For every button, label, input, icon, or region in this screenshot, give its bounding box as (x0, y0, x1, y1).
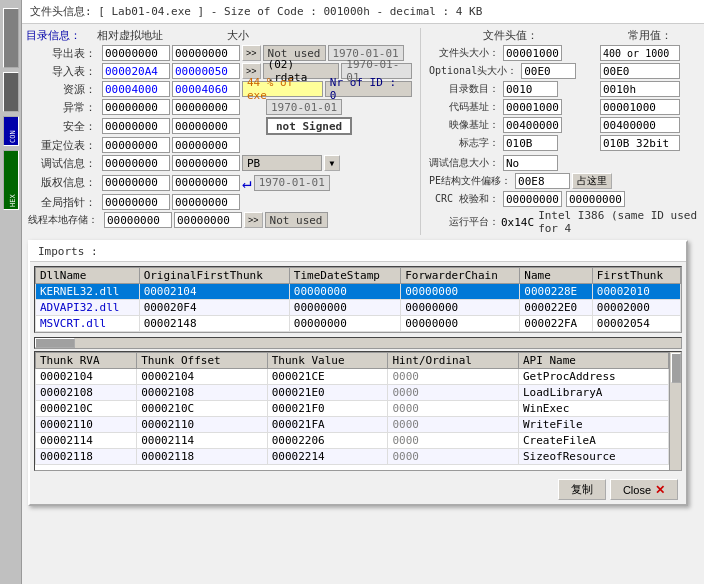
fh-size-row: 文件头大小： 00001000 (429, 45, 592, 61)
opt-size-row: Optional头大小： 00E0 (429, 63, 592, 79)
dll-cell: 0000228E (520, 284, 593, 300)
thunk-row[interactable]: 0000210800002108000021E00000LoadLibraryA (36, 385, 669, 401)
global-ptr-label: 全局指针： (26, 195, 96, 210)
th-offset: Thunk Offset (137, 353, 268, 369)
col2-header: 大小 (227, 28, 249, 43)
exe-percent: 44 % of exe (242, 81, 323, 97)
close-label: Close (623, 484, 651, 496)
thunk-cell: 0000 (388, 369, 519, 385)
tls-arrow-btn[interactable]: >> (244, 212, 263, 228)
image-base-label: 映像基址： (429, 118, 499, 132)
main-content: 文件头信息: [ Lab01-04.exe ] - Size of Code :… (22, 0, 704, 235)
thunk-cell: 00002104 (36, 369, 137, 385)
copyright-blue-arrow[interactable]: ↵ (242, 173, 252, 192)
th-value: Thunk Value (267, 353, 388, 369)
copyright-rva: 00000000 (102, 175, 170, 191)
sidebar-label-con: CON (3, 116, 19, 146)
dir-count-val: 0010 (503, 81, 558, 97)
thunk-cell: 00002118 (137, 449, 268, 465)
export-label: 导出表： (26, 46, 96, 61)
dll-cell: 00002000 (592, 300, 680, 316)
api-name-cell: CreateFileA (518, 433, 668, 449)
dll-cell: 000022E0 (520, 300, 593, 316)
dll-row[interactable]: ADVAPI32.dll000020F400000000000000000000… (36, 300, 681, 316)
common-title: 常用值： (600, 28, 700, 43)
thunk-scrollbar[interactable] (669, 352, 681, 470)
thunk-cell: 0000 (388, 433, 519, 449)
dll-cell: 00002104 (139, 284, 289, 300)
api-name-cell: WinExec (518, 401, 668, 417)
thunk-cell: 000021E0 (267, 385, 388, 401)
left-info-panel: 目录信息： 相对虚拟地址 大小 导出表： 00000000 00000000 >… (26, 28, 412, 235)
common-2: 00E0 (600, 63, 700, 79)
platform-row: 运行平台： 0x14C Intel I386 (same ID used for… (429, 209, 700, 235)
dll-row[interactable]: MSVCRT.dll000021480000000000000000000022… (36, 316, 681, 332)
thunk-cell: 0000 (388, 417, 519, 433)
thunk-header-row: Thunk RVA Thunk Offset Thunk Value Hint/… (36, 353, 669, 369)
thunk-row[interactable]: 0000211400002114000022060000CreateFileA (36, 433, 669, 449)
exception-date: 1970-01-01 (266, 99, 342, 115)
common-col: 常用值： 400 or 1000 00E0 0010h 00001000 (600, 28, 700, 153)
thunk-cell: 00002114 (36, 433, 137, 449)
dll-table: DllName OriginalFirstThunk TimeDateStamp… (35, 267, 681, 332)
code-base-val: 00001000 (503, 99, 562, 115)
common-6: 010B 32bit (600, 135, 700, 151)
title-bar: 文件头信息: [ Lab01-04.exe ] - Size of Code :… (22, 0, 704, 24)
pe-struct-row: PE结构文件偏移： 00E8 占这里 (429, 173, 700, 189)
api-name-cell: GetProcAddress (518, 369, 668, 385)
global-ptr-size: 00000000 (172, 194, 240, 210)
thunk-cell: 00002108 (36, 385, 137, 401)
thunk-row[interactable]: 0000210400002104000021CE0000GetProcAddre… (36, 369, 669, 385)
pb-dropdown[interactable]: ▼ (324, 155, 340, 171)
import-rva: 000020A4 (102, 63, 170, 79)
dir-count-row: 目录数目： 0010 (429, 81, 592, 97)
exception-rva: 00000000 (102, 99, 170, 115)
tls-rva: 00000000 (104, 212, 172, 228)
dll-cell: 00000000 (289, 300, 400, 316)
common-val-2: 00E0 (600, 63, 680, 79)
nr-of-id: Nr of ID : 0 (325, 81, 412, 97)
debug-label: 调试信息： (26, 156, 96, 171)
resource-label: 资源： (26, 82, 96, 97)
thunk-table-container[interactable]: Thunk RVA Thunk Offset Thunk Value Hint/… (34, 351, 682, 471)
close-button[interactable]: Close ✕ (610, 479, 678, 500)
occupy-btn[interactable]: 占这里 (572, 173, 612, 189)
dll-cell: 00000000 (401, 300, 520, 316)
thunk-cell: 00002110 (36, 417, 137, 433)
right-info-panel: 文件头值： 文件头大小： 00001000 Optional头大小： 00E0 … (420, 28, 700, 235)
imports-dialog: Imports : DllName OriginalFirstThunk Tim… (28, 240, 688, 506)
common-val-5: 00400000 (600, 117, 680, 133)
th-tds: TimeDateStamp (289, 268, 400, 284)
thunk-row[interactable]: 0000211800002118000022140000SizeofResour… (36, 449, 669, 465)
thunk-row[interactable]: 0000210C0000210C000021F00000WinExec (36, 401, 669, 417)
th-api: API Name (518, 353, 668, 369)
reloc-label: 重定位表： (26, 138, 96, 153)
thunk-cell: 0000 (388, 385, 519, 401)
resource-row: 资源： 00004000 00004060 44 % of exe Nr of … (26, 81, 412, 97)
api-name-cell: LoadLibraryA (518, 385, 668, 401)
export-size: 00000000 (172, 45, 240, 61)
section-header: 目录信息： 相对虚拟地址 大小 (26, 28, 412, 43)
crc-val1: 00000000 (503, 191, 562, 207)
reloc-size: 00000000 (172, 137, 240, 153)
thunk-tbody: 0000210400002104000021CE0000GetProcAddre… (36, 369, 669, 465)
security-rva: 00000000 (102, 118, 170, 134)
fh-size-val: 00001000 (503, 45, 562, 61)
thunk-row[interactable]: 0000211000002110000021FA0000WriteFile (36, 417, 669, 433)
dll-table-container[interactable]: DllName OriginalFirstThunk TimeDateStamp… (34, 266, 682, 333)
copy-button[interactable]: 复制 (558, 479, 606, 500)
crc-val2: 00000000 (566, 191, 625, 207)
sidebar-panel-2 (3, 72, 19, 112)
left-sidebar: CON HEX (0, 0, 22, 584)
crc-row: CRC 校验和： 00000000 00000000 (429, 191, 700, 207)
dll-tbody: KERNEL32.dll0000210400000000000000000000… (36, 284, 681, 332)
dll-name-cell: MSVCRT.dll (36, 316, 140, 332)
dll-scrollbar[interactable] (34, 337, 682, 349)
dialog-footer: 复制 Close ✕ (30, 475, 686, 504)
export-arrow-btn[interactable]: >> (242, 45, 261, 61)
dll-row[interactable]: KERNEL32.dll0000210400000000000000000000… (36, 284, 681, 300)
sidebar-panel-1 (3, 8, 19, 68)
file-header-title: 文件头值： (429, 28, 592, 43)
top-section: 目录信息： 相对虚拟地址 大小 导出表： 00000000 00000000 >… (22, 24, 704, 235)
api-name-cell: SizeofResource (518, 449, 668, 465)
